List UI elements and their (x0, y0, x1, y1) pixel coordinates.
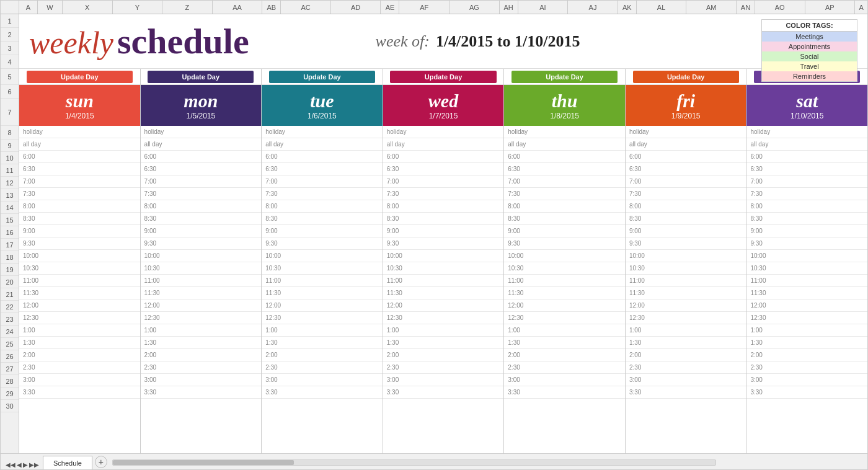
thu-holiday: holiday (504, 126, 625, 138)
sat-100: 1:00 (746, 324, 867, 337)
fri-700: 7:00 (626, 175, 746, 188)
col-AK: AK (618, 1, 637, 14)
days-grid: Update Day sun 1/4/2015 holiday all day … (19, 69, 867, 453)
wed-600: 6:00 (383, 151, 504, 163)
col-Y: Y (113, 1, 163, 14)
ct-travel: Travel (762, 61, 857, 71)
row-num-4: 4 (1, 55, 19, 69)
col-AB: AB (262, 1, 281, 14)
sun-100: 1:00 (19, 324, 140, 337)
row-num-22: 22 (1, 301, 19, 313)
wed-allday: all day (383, 138, 504, 151)
mon-1230: 12:30 (141, 312, 262, 324)
day-col-sun: Update Day sun 1/4/2015 holiday all day … (19, 69, 141, 453)
wed-1230: 12:30 (383, 312, 504, 324)
wed-1130: 11:30 (383, 287, 504, 299)
row-num-3: 3 (1, 42, 19, 55)
thu-130: 1:30 (504, 337, 625, 349)
wed-slots: holiday all day 6:00 6:30 7:00 7:30 8:00… (383, 126, 504, 453)
wed-1030: 10:30 (383, 262, 504, 275)
fri-update-row: Update Day (626, 69, 746, 85)
row-num-6: 6 (1, 85, 19, 99)
mon-830: 8:30 (141, 213, 262, 225)
fri-800: 8:00 (626, 200, 746, 213)
sun-name: sun (66, 91, 94, 112)
thu-1100: 11:00 (504, 275, 625, 287)
row-num-2: 2 (1, 28, 19, 42)
add-sheet-btn[interactable]: + (95, 456, 107, 468)
row-num-18: 18 (1, 251, 19, 264)
row-num-10: 10 (1, 152, 19, 164)
mon-update-btn[interactable]: Update Day (148, 71, 254, 83)
sun-1230: 12:30 (19, 312, 140, 324)
wed-name: wed (428, 91, 458, 112)
row-num-28: 28 (1, 375, 19, 388)
day-col-sat: Update Day sat 1/10/2015 holiday all day… (746, 69, 867, 453)
mon-700: 7:00 (141, 175, 262, 188)
row-num-30: 30 (1, 400, 19, 412)
day-col-mon: Update Day mon 1/5/2015 holiday all day … (141, 69, 262, 453)
sun-800: 8:00 (19, 200, 140, 213)
col-AF: AF (399, 1, 450, 14)
tue-update-row: Update Day (262, 69, 383, 85)
sun-300: 3:00 (19, 374, 140, 386)
tue-allday: all day (262, 138, 383, 151)
tue-slots: holiday all day 6:00 6:30 7:00 7:30 8:00… (262, 126, 383, 453)
sun-730: 7:30 (19, 188, 140, 200)
sat-holiday: holiday (746, 126, 867, 138)
thu-name: thu (552, 91, 578, 112)
nav-prev-icon[interactable]: ◀ (17, 461, 22, 468)
row-num-15: 15 (1, 214, 19, 226)
row-num-8: 8 (1, 126, 19, 140)
fri-600: 6:00 (626, 151, 746, 163)
row-num-29: 29 (1, 388, 19, 400)
fri-1230: 12:30 (626, 312, 746, 324)
nav-next-icon[interactable]: ▶ (23, 461, 28, 468)
row-num-23: 23 (1, 313, 19, 326)
mon-1100: 11:00 (141, 275, 262, 287)
thu-1000: 10:00 (504, 250, 625, 262)
row-num-26: 26 (1, 350, 19, 363)
thu-800: 8:00 (504, 200, 625, 213)
tab-schedule[interactable]: Schedule (43, 456, 92, 469)
color-tags-box: COLOR TAGS: Meetings Appointments Social… (761, 19, 857, 82)
h-scrollbar-area[interactable] (112, 458, 867, 467)
thu-update-btn[interactable]: Update Day (512, 71, 618, 83)
sun-900: 9:00 (19, 225, 140, 237)
wed-update-btn[interactable]: Update Day (390, 71, 496, 83)
sat-1100: 11:00 (746, 275, 867, 287)
sun-230: 2:30 (19, 361, 140, 374)
tue-630: 6:30 (262, 163, 383, 175)
thu-900: 9:00 (504, 225, 625, 237)
tue-update-btn[interactable]: Update Day (269, 71, 375, 83)
fri-name: fri (676, 91, 695, 112)
sat-slots: holiday all day 6:00 6:30 7:00 7:30 8:00… (746, 126, 867, 453)
row-num-1: 1 (1, 14, 19, 28)
day-col-fri: Update Day fri 1/9/2015 holiday all day … (626, 69, 747, 453)
mon-630: 6:30 (141, 163, 262, 175)
nav-first-icon[interactable]: ◀◀ (6, 461, 16, 468)
tue-100: 1:00 (262, 324, 383, 337)
mon-930: 9:30 (141, 237, 262, 250)
sun-1200: 12:00 (19, 299, 140, 312)
sat-600: 6:00 (746, 151, 867, 163)
nav-last-icon[interactable]: ▶▶ (29, 461, 39, 468)
wed-630: 6:30 (383, 163, 504, 175)
sat-200: 2:00 (746, 349, 867, 361)
weekly-cursive: weekly (29, 27, 113, 58)
tue-date: 1/6/2015 (308, 112, 337, 120)
week-dates-display: 1/4/2015 to 1/10/2015 (436, 32, 580, 51)
fri-holiday: holiday (626, 126, 746, 138)
mon-1200: 12:00 (141, 299, 262, 312)
wed-230: 2:30 (383, 361, 504, 374)
fri-update-btn[interactable]: Update Day (633, 71, 739, 83)
thu-1130: 11:30 (504, 287, 625, 299)
sun-date: 1/4/2015 (65, 112, 94, 120)
fri-200: 2:00 (626, 349, 746, 361)
fri-930: 9:30 (626, 237, 746, 250)
sun-update-btn[interactable]: Update Day (27, 71, 133, 83)
row-num-21: 21 (1, 288, 19, 301)
fri-230: 2:30 (626, 361, 746, 374)
mon-130: 1:30 (141, 337, 262, 349)
spreadsheet-wrapper: A W X Y Z AA AB AC AD AE AF AG AH AI AJ … (0, 0, 868, 470)
